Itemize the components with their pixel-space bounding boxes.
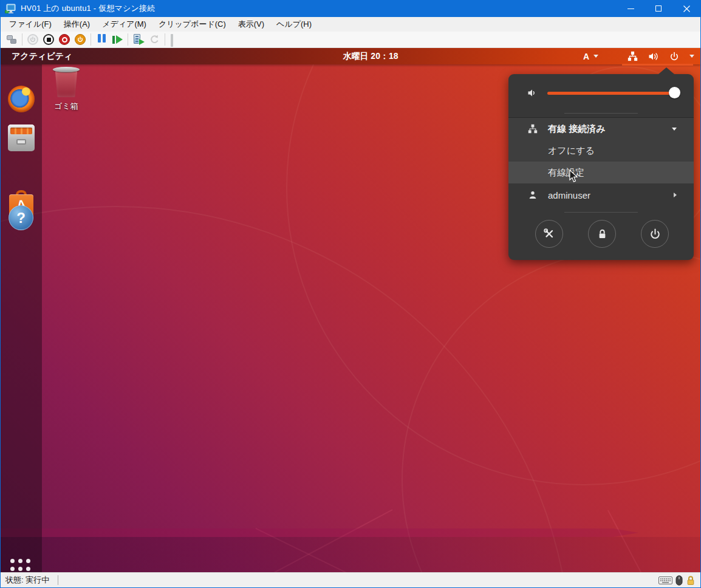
toolbar-separator <box>91 33 91 46</box>
input-source-label: A <box>583 52 589 61</box>
mouse-cursor <box>567 169 580 185</box>
vm-status-label: 状態: 実行中 <box>5 575 49 586</box>
chevron-down-icon <box>593 55 598 58</box>
menu-file[interactable]: ファイル(F) <box>3 17 58 32</box>
pause-vm-button[interactable] <box>94 32 109 47</box>
resume-icon <box>112 35 123 44</box>
open-menu-indicator <box>622 64 693 66</box>
chevron-right-icon <box>674 193 677 197</box>
maximize-button[interactable] <box>645 0 672 17</box>
pause-icon <box>97 34 106 45</box>
save-icon <box>75 34 86 45</box>
menu-divider <box>564 212 638 213</box>
window-title: HV01 上の ubuntu1 - 仮想マシン接続 <box>21 3 156 14</box>
input-source-indicator[interactable]: A <box>583 52 598 61</box>
close-icon <box>683 5 690 12</box>
checkpoint-icon <box>133 34 145 45</box>
minimize-button[interactable] <box>617 0 645 17</box>
titlebar: HV01 上の ubuntu1 - 仮想マシン接続 <box>1 0 700 17</box>
vm-display: アクティビティ 水曜日 20：18 A <box>1 48 700 572</box>
network-turn-off-item[interactable]: オフにする <box>508 140 694 162</box>
vmconnect-window: HV01 上の ubuntu1 - 仮想マシン接続 ファイル(F) 操作(A) … <box>0 0 701 588</box>
caption-buttons <box>617 0 700 17</box>
minimize-icon <box>627 9 634 9</box>
lock-screen-button[interactable] <box>588 220 616 248</box>
trash-icon <box>53 67 80 97</box>
volume-icon[interactable] <box>648 52 659 61</box>
keyboard-icon <box>658 575 672 585</box>
dock: A ? <box>1 64 42 572</box>
shut-down-vm-button[interactable] <box>56 32 72 47</box>
wired-settings-item[interactable]: 有線設定 <box>508 162 694 183</box>
start-vm-button <box>25 32 41 47</box>
menu-help[interactable]: ヘルプ(H) <box>270 17 318 32</box>
settings-button[interactable] <box>535 220 563 248</box>
dock-item-help[interactable]: ? <box>9 205 33 230</box>
top-bar-status-area: A <box>583 48 694 64</box>
system-menu-chevron-icon[interactable] <box>689 55 694 58</box>
system-action-buttons <box>508 220 694 254</box>
tools-icon <box>543 228 555 240</box>
files-icon <box>10 128 32 134</box>
status-bar: 状態: 実行中 <box>1 572 700 587</box>
power-off-button[interactable] <box>641 220 669 248</box>
close-button[interactable] <box>672 0 700 17</box>
turn-off-label: オフにする <box>548 145 595 157</box>
start-icon <box>27 34 38 45</box>
ctrl-alt-del-icon <box>7 35 17 44</box>
popup-arrow <box>658 67 674 74</box>
enhanced-session-button <box>168 32 183 47</box>
menu-view[interactable]: 表示(V) <box>232 17 270 32</box>
toolbar-separator <box>128 33 128 46</box>
revert-button <box>146 32 162 47</box>
chevron-down-icon <box>672 128 677 131</box>
network-header-item[interactable]: 有線 接続済み <box>508 118 694 140</box>
user-icon <box>527 189 539 201</box>
save-vm-button[interactable] <box>72 32 88 47</box>
menubar: ファイル(F) 操作(A) メディア(M) クリップボード(C) 表示(V) ヘ… <box>1 17 700 32</box>
trash-desktop-icon[interactable]: ゴミ箱 <box>48 67 84 112</box>
dock-item-files[interactable] <box>8 125 35 151</box>
files-drawer-handle <box>16 139 26 145</box>
speaker-icon <box>527 87 539 99</box>
show-applications-button[interactable] <box>10 559 32 572</box>
resume-vm-button[interactable] <box>109 32 125 47</box>
menu-divider <box>564 113 638 114</box>
revert-icon <box>149 35 159 44</box>
menu-clipboard[interactable]: クリップボード(C) <box>152 17 232 32</box>
network-header-label: 有線 接続済み <box>548 123 606 135</box>
mouse-icon <box>675 575 683 586</box>
dock-item-firefox[interactable] <box>8 86 35 112</box>
volume-slider-knob[interactable] <box>669 87 680 98</box>
help-glyph: ? <box>16 210 26 227</box>
trash-label: ゴミ箱 <box>48 101 84 112</box>
ctrl-alt-del-button[interactable] <box>4 32 19 47</box>
vmconnect-app-icon <box>5 4 16 13</box>
user-name-label: adminuser <box>548 190 590 200</box>
enhanced-session-icon <box>171 35 181 44</box>
lock-icon <box>597 228 608 240</box>
status-separator <box>58 575 58 585</box>
lock-icon <box>686 575 696 586</box>
toolbar-separator <box>165 33 165 46</box>
menu-action[interactable]: 操作(A) <box>58 17 96 32</box>
power-icon <box>649 228 661 240</box>
status-icons <box>658 575 696 586</box>
user-menu-item[interactable]: adminuser <box>508 184 694 206</box>
wired-network-icon[interactable] <box>627 51 638 61</box>
toolbar <box>1 32 700 48</box>
system-menu-popup: 有線 接続済み オフにする 有線設定 adminuser <box>508 74 694 260</box>
turn-off-icon <box>43 34 54 45</box>
wired-network-icon <box>527 123 539 135</box>
toolbar-separator <box>22 33 22 46</box>
network-section: 有線 接続済み オフにする 有線設定 <box>508 117 694 183</box>
menu-media[interactable]: メディア(M) <box>96 17 152 32</box>
turn-off-vm-button[interactable] <box>41 32 56 47</box>
volume-row <box>508 79 694 107</box>
shut-down-icon <box>59 34 70 45</box>
gnome-top-bar: アクティビティ 水曜日 20：18 A <box>1 48 700 64</box>
maximize-icon <box>655 5 662 12</box>
power-icon[interactable] <box>669 52 679 61</box>
checkpoint-button[interactable] <box>131 32 146 47</box>
volume-slider[interactable] <box>547 92 677 95</box>
